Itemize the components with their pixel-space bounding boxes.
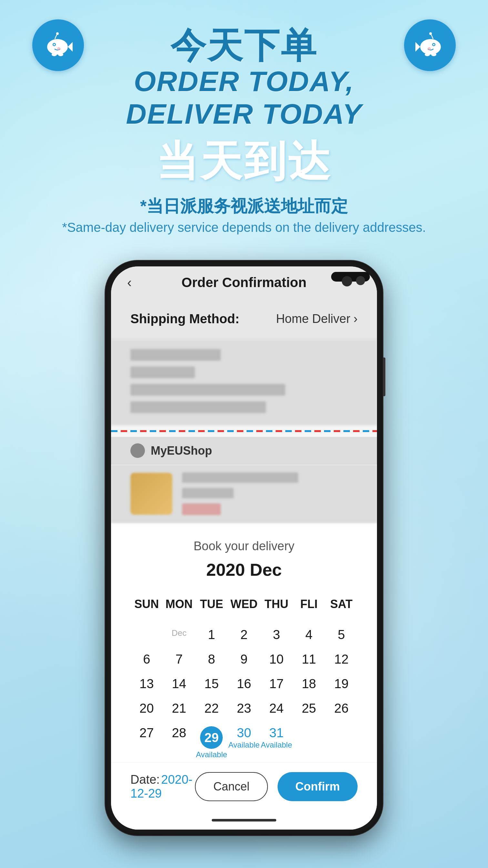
cal-cell-23[interactable]: 23 — [228, 696, 260, 717]
chevron-right-icon: › — [353, 312, 358, 326]
cal-cell-empty: Dec — [163, 622, 196, 644]
cal-cell-13[interactable]: 13 — [130, 671, 163, 693]
cal-cell-6[interactable]: 6 — [130, 647, 163, 668]
phone-device: ‹ Order Confirmation Shipping Method: Ho… — [105, 260, 383, 835]
cal-cell-2[interactable]: 2 — [228, 622, 260, 644]
cal-cell-15[interactable]: 15 — [195, 671, 228, 693]
confirm-button[interactable]: Confirm — [278, 772, 358, 801]
home-bar — [111, 814, 377, 830]
cal-cell-empty — [130, 622, 163, 644]
product-name-line — [182, 472, 298, 483]
cal-cell-31[interactable]: 31 Available — [260, 720, 293, 762]
product-qty-line — [182, 488, 234, 498]
calendar-body: Dec 1 2 3 4 5 6 7 8 9 10 — [130, 622, 358, 762]
home-bar-indicator — [212, 819, 276, 822]
nav-bar: ‹ Order Confirmation — [111, 267, 377, 299]
cal-cell-30[interactable]: 30 Available — [228, 720, 260, 762]
calendar-header: SUN MON TUE WED THU FLI SAT — [130, 593, 358, 616]
cal-cell-11[interactable]: 11 — [293, 647, 325, 668]
day-tue: TUE — [195, 593, 228, 616]
address-line-4 — [130, 401, 266, 413]
product-section — [111, 464, 377, 523]
cal-cell-19[interactable]: 19 — [325, 671, 358, 693]
cancel-button[interactable]: Cancel — [195, 772, 268, 801]
day-mon: MON — [163, 593, 196, 616]
calendar-section: Book your delivery 2020 Dec SUN MON TUE … — [111, 523, 377, 762]
product-image — [130, 473, 172, 515]
action-buttons: Cancel Confirm — [195, 772, 358, 801]
cal-cell-26[interactable]: 26 — [325, 696, 358, 717]
day-sat: SAT — [325, 593, 358, 616]
cal-cell-28[interactable]: 28 — [163, 720, 196, 762]
address-line-3 — [130, 384, 285, 396]
cal-cell-22[interactable]: 22 — [195, 696, 228, 717]
chinese-title-bottom: 当天到达 — [0, 133, 488, 190]
cal-cell-25[interactable]: 25 — [293, 696, 325, 717]
address-line-2 — [130, 367, 195, 378]
back-button[interactable]: ‹ — [127, 275, 132, 290]
cal-cell-29-selected[interactable]: 29 Available — [195, 720, 228, 762]
cal-cell-27[interactable]: 27 — [130, 720, 163, 762]
day-wed: WED — [228, 593, 260, 616]
cal-cell-21[interactable]: 21 — [163, 696, 196, 717]
english-title: Order today, deliver today — [0, 65, 488, 130]
dashed-divider — [111, 430, 377, 432]
cal-cell-24[interactable]: 24 — [260, 696, 293, 717]
chinese-title-top: 今天下单 — [0, 26, 488, 65]
cal-cell-3[interactable]: 3 — [260, 622, 293, 644]
cal-cell-10[interactable]: 10 — [260, 647, 293, 668]
chinese-subtitle: *当日派服务视派送地址而定 — [0, 195, 488, 218]
address-line-1 — [130, 349, 221, 361]
cal-cell-20[interactable]: 20 — [130, 696, 163, 717]
product-price-line — [182, 503, 221, 515]
store-name: MyEUShop — [151, 444, 212, 458]
cal-cell-4[interactable]: 4 — [293, 622, 325, 644]
product-info — [182, 472, 358, 515]
calendar-grid: SUN MON TUE WED THU FLI SAT — [130, 593, 358, 762]
app-screen: ‹ Order Confirmation Shipping Method: Ho… — [111, 267, 377, 830]
shipping-method-row[interactable]: Shipping Method: Home Deliver › — [111, 299, 377, 339]
camera-module — [342, 276, 365, 286]
cal-cell-empty-r5s — [325, 720, 358, 762]
day-thu: THU — [260, 593, 293, 616]
day-fri: FLI — [293, 593, 325, 616]
shipping-value: Home Deliver › — [276, 312, 358, 326]
book-delivery-title: Book your delivery — [130, 539, 358, 553]
cal-cell-18[interactable]: 18 — [293, 671, 325, 693]
phone-screen: ‹ Order Confirmation Shipping Method: Ho… — [111, 267, 377, 830]
shipping-label: Shipping Method: — [130, 312, 239, 326]
camera-lens-2 — [356, 276, 365, 285]
page-title: Order Confirmation — [182, 275, 306, 290]
store-section: MyEUShop — [111, 437, 377, 464]
cal-cell-14[interactable]: 14 — [163, 671, 196, 693]
address-section — [111, 339, 377, 425]
month-title: 2020 Dec — [130, 560, 358, 580]
camera-lens-1 — [342, 276, 352, 286]
cal-cell-1[interactable]: 1 — [195, 622, 228, 644]
cal-cell-8[interactable]: 8 — [195, 647, 228, 668]
phone-wrapper: ‹ Order Confirmation Shipping Method: Ho… — [0, 260, 488, 835]
cal-cell-5[interactable]: 5 — [325, 622, 358, 644]
cal-cell-empty-r5f — [293, 720, 325, 762]
cal-cell-9[interactable]: 9 — [228, 647, 260, 668]
header-section: 今天下单 Order today, deliver today 当天到达 *当日… — [0, 0, 488, 235]
cal-cell-7[interactable]: 7 — [163, 647, 196, 668]
selected-date-display: Date: 2020-12-29 — [130, 773, 195, 801]
english-subtitle: *Same-day delivery service depends on th… — [0, 220, 488, 235]
day-sun: SUN — [130, 593, 163, 616]
date-label: Date: — [130, 773, 160, 786]
store-icon — [130, 443, 145, 458]
cal-cell-16[interactable]: 16 — [228, 671, 260, 693]
cal-cell-17[interactable]: 17 — [260, 671, 293, 693]
cal-cell-12[interactable]: 12 — [325, 647, 358, 668]
bottom-bar: Date: 2020-12-29 Cancel Confirm — [111, 762, 377, 814]
